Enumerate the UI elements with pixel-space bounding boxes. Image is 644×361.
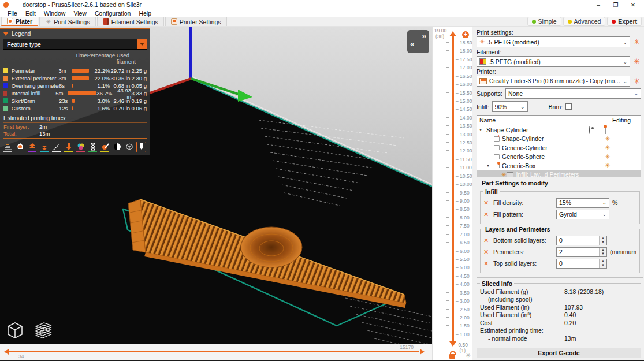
tree-row-shape-cylinder[interactable]: Shape-Cylinder✳ [477, 135, 641, 144]
spinner-up-icon[interactable]: ▲ [600, 259, 606, 264]
menu-configuration[interactable]: Configuration [91, 10, 135, 17]
remove-setting-icon[interactable]: ✕ [483, 260, 490, 267]
sliced-preview-icon[interactable] [31, 318, 54, 341]
setting-spinner[interactable]: 0▲▼ [556, 236, 607, 245]
mode-button-expert[interactable]: Expert [607, 17, 642, 26]
tab-plater[interactable]: Plater [1, 17, 38, 26]
feature-time: 8s [59, 83, 72, 89]
slider-settings-gear-icon[interactable]: ✳ [466, 352, 471, 359]
spinner-arrows[interactable]: ▲▼ [599, 248, 606, 256]
toolpath-box-icon[interactable] [124, 143, 134, 152]
tick-label: 12.00 [456, 148, 472, 154]
slider-left-arrow[interactable] [4, 349, 9, 355]
menu-window[interactable]: Window [40, 10, 69, 17]
icon-underline [113, 151, 121, 152]
legend-collapse-icon[interactable] [3, 32, 8, 36]
minimize-button[interactable]: – [590, 2, 607, 8]
lock-icon[interactable] [449, 354, 455, 359]
dropdown-arrow-icon[interactable] [137, 39, 147, 49]
tab-print-settings[interactable]: ✳Print Settings [39, 17, 95, 26]
spinner-arrows[interactable]: ▲▼ [599, 236, 606, 245]
remove-setting-icon[interactable]: ✕ [483, 211, 490, 218]
editing-gear-icon[interactable]: ✳ [605, 144, 610, 151]
editing-gear-icon[interactable]: ✳ [605, 135, 610, 142]
close-button[interactable]: ✕ [624, 2, 642, 8]
spinner-down-icon[interactable]: ▼ [600, 240, 606, 245]
edit-printer-button[interactable]: ✳ [632, 77, 641, 85]
edit-filament-button[interactable]: ✳ [632, 57, 641, 66]
expander-icon[interactable]: ▾ [479, 127, 484, 132]
eye-visibility-icon[interactable] [589, 126, 590, 134]
menu-file[interactable]: File [3, 10, 21, 17]
layer-tick: 14.50 [433, 106, 471, 111]
export-gcode-button[interactable]: Export G-code [477, 348, 641, 358]
infill-dropdown[interactable]: 90% ⌄ [492, 101, 528, 112]
tree-row-generic-cylinder[interactable]: Generic-Cylinder✳ [477, 143, 641, 152]
marker-icon[interactable] [136, 142, 146, 152]
color-changes-icon[interactable] [76, 143, 85, 152]
seams-icon[interactable] [15, 143, 25, 152]
slider-right-arrow[interactable] [420, 349, 425, 355]
add-color-change-button[interactable]: + [462, 31, 469, 38]
spinner-down-icon[interactable]: ▼ [600, 263, 606, 268]
supports-dropdown[interactable]: None ⌄ [505, 88, 641, 99]
wipe-tower-icon[interactable] [3, 143, 13, 152]
filament-dropdown[interactable]: .5 PETG (modified) ⌄ [477, 56, 630, 67]
print-settings-dropdown[interactable]: ✳ .5-PETG (modified) ⌄ [477, 36, 630, 47]
remove-setting-icon[interactable]: ✕ [483, 237, 490, 244]
tree-row-infill-lay-d-perimeters[interactable]: ✳Infill; Lay...d Perimeters [477, 170, 641, 177]
editing-gear-icon[interactable]: ✳ [605, 162, 610, 169]
layer-slider[interactable]: 19.00 (38) + 18.5018.0017.5017.0016.5016… [432, 27, 472, 360]
brim-checkbox[interactable] [565, 103, 572, 110]
layer-tick: 17.50 [433, 57, 471, 62]
feature-percent: 1.6% [95, 105, 110, 111]
tree-row-generic-box[interactable]: ▾Generic-Box✳ [477, 161, 641, 170]
tab-filament-settings[interactable]: Filament Settings [97, 17, 164, 26]
shells-icon[interactable] [112, 143, 122, 152]
layer-tick: 1.50 [433, 323, 471, 328]
remove-setting-icon[interactable]: ✕ [483, 248, 490, 256]
setting-spinner[interactable]: 2▲▼ [556, 247, 607, 257]
3d-viewport[interactable]: Legend Feature type Time Percentage Used… [0, 27, 432, 360]
deretractions-icon[interactable] [27, 143, 37, 152]
legend-row-external-perimeter: External perimeter3m22.0%30.36 in2.30 g [0, 75, 150, 82]
estimated-times-title: Estimated printing times: [0, 114, 150, 122]
gcode-move-slider[interactable]: 15170 34 [0, 344, 432, 360]
edit-print-settings-button[interactable]: ✳ [632, 38, 641, 46]
tree-row-generic-sphere[interactable]: Generic-Sphere✳ [477, 152, 641, 162]
remove-setting-icon[interactable]: ✕ [483, 199, 490, 207]
spinner-up-icon[interactable]: ▲ [600, 248, 606, 252]
travels-icon[interactable] [51, 143, 61, 152]
expander-icon[interactable]: ▾ [487, 163, 492, 168]
part-cube-icon [494, 163, 500, 168]
editor-3d-view-icon[interactable] [3, 318, 27, 341]
mode-button-simple[interactable]: Simple [527, 17, 561, 26]
setting-spinner[interactable]: 0▲▼ [556, 259, 607, 269]
editing-badge-icon[interactable] [605, 126, 606, 134]
tick-label: 7.00 [456, 232, 470, 237]
spinner-up-icon[interactable]: ▲ [600, 236, 606, 241]
feature-time: 12s [59, 105, 72, 111]
collapse-sidebar-button[interactable]: » « [407, 30, 429, 53]
spinner-down-icon[interactable]: ▼ [600, 252, 606, 256]
spinner-arrows[interactable]: ▲▼ [599, 259, 606, 268]
unretractions-icon[interactable] [64, 143, 73, 152]
tick-label: 11.00 [456, 165, 472, 170]
printer-dropdown[interactable]: Creality Ender-3 Pro (0.6 mm nozzle) - C… [477, 76, 630, 87]
maximize-button[interactable]: ❐ [607, 2, 624, 8]
layer-slider-lower-handle[interactable] [449, 341, 456, 347]
setting-dropdown[interactable]: 15%⌄ [556, 198, 609, 208]
tab-printer-settings[interactable]: Printer Settings [165, 17, 227, 26]
tree-editing-header: Editing [605, 117, 638, 124]
pause-prints-icon[interactable] [88, 143, 98, 152]
editing-gear-icon[interactable]: ✳ [605, 153, 610, 160]
retractions-icon[interactable] [39, 143, 49, 152]
menu-edit[interactable]: Edit [21, 10, 40, 17]
setting-dropdown[interactable]: Gyroid⌄ [556, 210, 609, 219]
tree-row-shape-cylinder[interactable]: ▾Shape-Cylinder [477, 125, 641, 135]
menu-view[interactable]: View [69, 10, 91, 17]
view-type-dropdown[interactable]: Feature type [3, 39, 147, 50]
menu-help[interactable]: Help [135, 10, 155, 17]
mode-button-advanced[interactable]: Advanced [563, 17, 606, 26]
custom-gcode-icon[interactable] [100, 143, 110, 152]
